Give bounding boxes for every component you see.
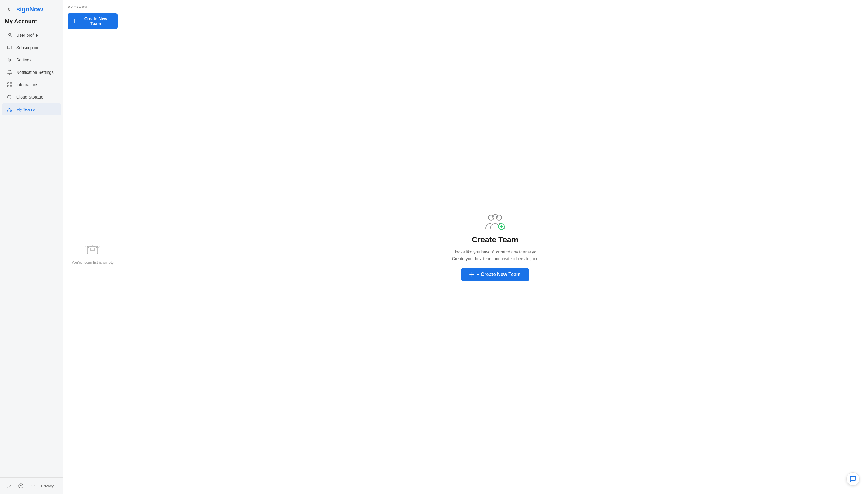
account-title: My Account [0, 16, 63, 29]
svg-point-10 [31, 486, 32, 487]
middle-panel: MY TEAMS Create New Team You're team lis… [63, 0, 122, 494]
sidebar-item-label: Subscription [16, 45, 39, 50]
svg-rect-3 [7, 82, 9, 84]
sidebar-item-cloud-storage[interactable]: Cloud Storage [2, 91, 61, 103]
svg-point-0 [9, 34, 11, 35]
svg-rect-1 [7, 46, 12, 50]
sidebar: signNow My Account User profile Subscrip… [0, 0, 63, 494]
privacy-link[interactable]: Privacy [41, 484, 54, 488]
sidebar-item-user-profile[interactable]: User profile [2, 29, 61, 41]
empty-box-icon [84, 241, 101, 257]
create-team-title: Create Team [472, 235, 518, 244]
logo: signNow [16, 5, 43, 13]
cloud-icon [7, 94, 13, 100]
svg-point-2 [9, 59, 10, 61]
empty-list-area: You're team list is empty [68, 29, 118, 489]
gear-icon [7, 57, 13, 63]
sidebar-item-settings[interactable]: Settings [2, 54, 61, 66]
create-team-button-small[interactable]: Create New Team [68, 13, 118, 29]
create-team-desc: It looks like you haven't created any te… [451, 249, 539, 262]
logout-button[interactable] [5, 482, 13, 490]
svg-point-8 [10, 108, 11, 109]
more-button[interactable] [29, 482, 37, 490]
subscription-icon [7, 44, 13, 51]
help-button[interactable] [17, 482, 25, 490]
sidebar-item-label: Integrations [16, 82, 38, 87]
sidebar-item-label: User profile [16, 33, 38, 38]
grid-icon [7, 82, 13, 88]
sidebar-item-label: Cloud Storage [16, 95, 43, 99]
sidebar-footer: Privacy [0, 477, 63, 494]
sidebar-nav: User profile Subscription Settings Notif… [0, 29, 63, 477]
create-team-icon-wrapper [485, 213, 506, 231]
sidebar-item-my-teams[interactable]: My Teams [2, 103, 61, 115]
svg-rect-5 [7, 85, 9, 87]
svg-point-12 [34, 486, 35, 487]
back-button[interactable] [5, 6, 13, 12]
create-team-small-label: Create New Team [79, 16, 113, 26]
svg-point-11 [33, 486, 34, 487]
team-icon [7, 107, 13, 112]
sidebar-header: signNow [0, 0, 63, 16]
create-team-large-label: + Create New Team [477, 272, 521, 277]
create-team-section: Create Team It looks like you haven't cr… [451, 213, 539, 282]
svg-rect-4 [10, 82, 12, 84]
person-icon [7, 32, 13, 38]
sidebar-item-integrations[interactable]: Integrations [2, 79, 61, 91]
chat-bubble-button[interactable] [846, 472, 860, 486]
sidebar-item-label: My Teams [16, 107, 36, 112]
sidebar-item-label: Settings [16, 58, 32, 62]
svg-rect-6 [10, 85, 12, 87]
sidebar-item-label: Notification Settings [16, 70, 54, 75]
create-team-button-large[interactable]: + Create New Team [461, 268, 529, 281]
empty-list-text: You're team list is empty [72, 260, 114, 265]
main-content: Create Team It looks like you haven't cr… [122, 0, 868, 494]
svg-point-7 [8, 108, 10, 109]
middle-panel-title: MY TEAMS [68, 5, 118, 9]
create-team-icon [485, 213, 506, 231]
bell-icon [7, 69, 13, 75]
sidebar-item-notification-settings[interactable]: Notification Settings [2, 66, 61, 78]
svg-point-16 [493, 214, 497, 219]
sidebar-item-subscription[interactable]: Subscription [2, 42, 61, 54]
